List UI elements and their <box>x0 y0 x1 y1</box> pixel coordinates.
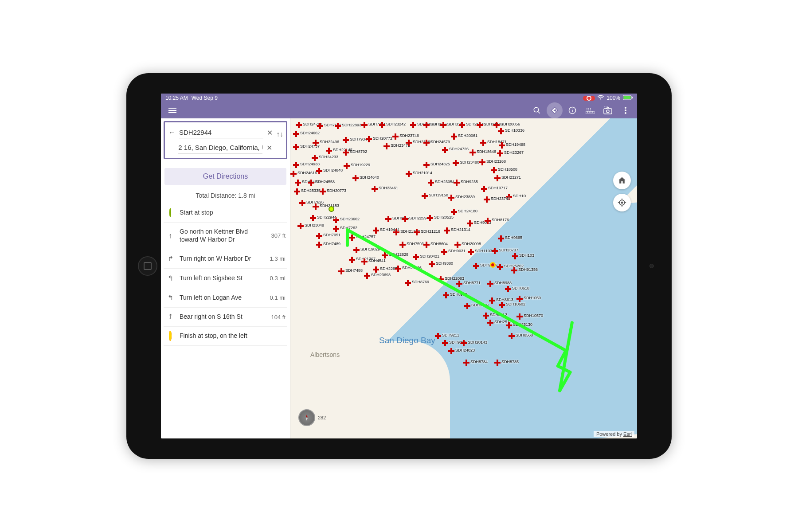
svg-point-20 <box>606 110 609 113</box>
svg-rect-1 <box>624 96 631 99</box>
search-button[interactable] <box>529 102 545 118</box>
svg-point-30 <box>621 202 622 203</box>
svg-rect-8 <box>586 111 595 114</box>
svg-point-14 <box>588 108 589 109</box>
poi-albertsons: Albertsons <box>310 351 340 358</box>
step-distance: 307 ft <box>271 232 286 239</box>
bay-label: San Diego Bay <box>379 336 435 345</box>
overflow-button[interactable] <box>618 102 634 118</box>
svg-point-26 <box>625 112 626 114</box>
svg-marker-28 <box>306 418 308 421</box>
swap-stops-icon[interactable]: ↑↓ <box>276 130 283 138</box>
map-canvas[interactable]: San Diego Bay Albertsons SDH24783SDH2466… <box>290 118 637 438</box>
ipad-home-button[interactable] <box>138 256 157 276</box>
step-icon <box>165 209 175 217</box>
step-distance: 0.1 mi <box>270 294 286 301</box>
step-icon <box>165 332 175 340</box>
step-text: Finish at stop, on the left <box>180 332 281 340</box>
svg-rect-2 <box>632 97 633 98</box>
clear-origin-icon[interactable]: ✕ <box>267 129 273 137</box>
origin-input[interactable] <box>179 127 263 138</box>
compass-widget[interactable]: 282 <box>298 409 315 426</box>
ipad-camera <box>649 264 654 268</box>
clear-destination-icon[interactable]: ✕ <box>266 144 272 152</box>
step-icon: ↰ <box>165 274 175 282</box>
direction-step[interactable]: Finish at stop, on the left <box>164 327 287 346</box>
svg-point-7 <box>572 109 573 110</box>
svg-rect-19 <box>604 109 612 114</box>
svg-point-16 <box>587 110 587 110</box>
destination-input[interactable] <box>178 142 262 153</box>
route-end-pin <box>490 262 496 268</box>
wifi-icon <box>598 95 604 101</box>
back-arrow-icon[interactable]: ← <box>168 129 176 137</box>
status-time: 10:25 AM <box>165 95 188 101</box>
svg-line-4 <box>538 111 540 113</box>
directions-button[interactable] <box>547 102 563 118</box>
svg-point-17 <box>588 110 589 110</box>
menu-button[interactable] <box>164 102 180 118</box>
step-text: Go north on Kettner Blvd toward W Harbor… <box>180 228 266 243</box>
step-icon: ⤴ <box>165 313 175 321</box>
direction-step[interactable]: ↑ Go north on Kettner Blvd toward W Harb… <box>164 223 287 249</box>
step-text: Bear right on S 16th St <box>180 313 266 321</box>
step-text: Turn left on Sigsbee St <box>180 274 266 282</box>
app-toolbar <box>161 102 637 118</box>
directions-steps-list: Start at stop ↑ Go north on Kettner Blvd… <box>161 203 290 438</box>
compass-bearing: 282 <box>318 415 326 420</box>
route-start-pin <box>329 206 334 212</box>
svg-point-22 <box>606 106 606 107</box>
step-icon: ↰ <box>165 293 175 302</box>
get-directions-button[interactable]: Get Directions <box>164 168 286 185</box>
svg-point-18 <box>590 110 591 110</box>
camera-capture-button[interactable] <box>600 102 616 118</box>
svg-point-24 <box>625 107 626 109</box>
battery-icon <box>623 95 633 101</box>
measure-button[interactable] <box>582 102 598 118</box>
step-text: Turn right on W Harbor Dr <box>180 255 266 263</box>
screen-record-pill[interactable] <box>583 96 595 101</box>
direction-step[interactable]: ↰ Turn left on Sigsbee St 0.3 mi <box>164 269 287 288</box>
step-distance: 104 ft <box>271 314 286 321</box>
battery-percent: 100% <box>606 95 620 101</box>
directions-panel: ← ✕ ↑↓ ✕ Get Directions Total Distance: … <box>161 118 290 438</box>
map-home-button[interactable] <box>613 172 631 189</box>
status-date: Wed Sep 9 <box>192 95 218 101</box>
step-text: Turn left on Logan Ave <box>180 294 266 302</box>
map-locate-button[interactable] <box>613 194 631 211</box>
svg-marker-27 <box>306 415 308 418</box>
route-inputs-card: ← ✕ ↑↓ ✕ <box>164 121 287 159</box>
screen: 10:25 AM Wed Sep 9 100% <box>161 94 637 438</box>
total-distance-label: Total Distance: 1.8 mi <box>161 188 290 203</box>
map-attribution: Powered by Esri <box>594 431 634 437</box>
step-distance: 1.3 mi <box>270 255 286 262</box>
step-text: Start at stop <box>180 209 281 217</box>
svg-point-13 <box>587 108 587 109</box>
svg-point-21 <box>604 106 605 107</box>
direction-step[interactable]: Start at stop <box>164 203 287 223</box>
direction-step[interactable]: ↱ Turn right on W Harbor Dr 1.3 mi <box>164 249 287 269</box>
status-bar: 10:25 AM Wed Sep 9 100% <box>161 94 637 102</box>
svg-point-25 <box>625 110 626 111</box>
svg-point-15 <box>590 108 591 109</box>
direction-step[interactable]: ↰ Turn left on Logan Ave 0.1 mi <box>164 288 287 308</box>
svg-point-3 <box>534 107 539 112</box>
step-icon: ↑ <box>165 232 175 240</box>
ipad-frame: 10:25 AM Wed Sep 9 100% <box>126 73 672 459</box>
info-button[interactable] <box>564 102 580 118</box>
step-distance: 0.3 mi <box>270 275 286 282</box>
direction-step[interactable]: ⤴ Bear right on S 16th St 104 ft <box>164 308 287 327</box>
step-icon: ↱ <box>165 254 175 263</box>
svg-point-23 <box>607 106 608 107</box>
